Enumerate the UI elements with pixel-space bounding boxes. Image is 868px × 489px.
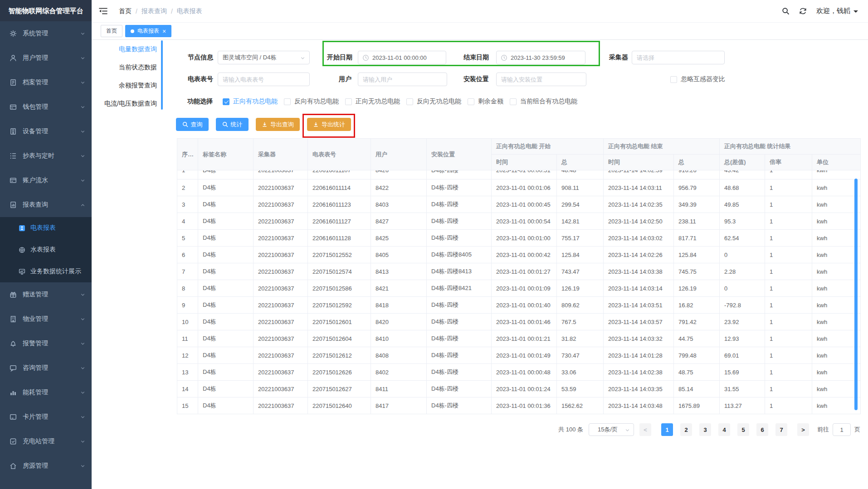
search-icon[interactable]	[782, 7, 790, 15]
table-row[interactable]: 2D4栋202210036372206160111148422D4栋-四楼202…	[177, 179, 861, 196]
end-date-input[interactable]	[497, 51, 585, 64]
sidebar-item-14[interactable]: 充电站管理	[0, 429, 92, 454]
submenu-item-1[interactable]: 当前状态数据	[92, 58, 160, 76]
location-input[interactable]	[497, 73, 586, 86]
sidebar-item-6[interactable]: 账户流水	[0, 168, 92, 193]
start-date-input[interactable]	[358, 51, 446, 64]
table-cell: 220715012626	[308, 364, 371, 381]
query-button[interactable]: 查询	[176, 118, 209, 131]
table-cell: 8420	[371, 314, 427, 330]
breadcrumb-report-query[interactable]: 报表查询	[141, 7, 167, 15]
table-row[interactable]: 7D4栋202210036372207150125748413D4栋-四楼841…	[177, 263, 861, 280]
submenu-item-3[interactable]: 电流/电压数据查询	[92, 94, 160, 112]
sidebar-item-13[interactable]: 卡片管理	[0, 405, 92, 429]
property-icon	[10, 315, 17, 323]
sidebar-item-8[interactable]: 赠送管理	[0, 282, 92, 307]
sidebar-item-10[interactable]: 报警管理	[0, 331, 92, 356]
stats-button[interactable]: 统计	[216, 118, 249, 131]
page-size-select[interactable]: 15条/页	[589, 423, 634, 436]
table-cell: 8408	[371, 347, 427, 364]
function-checkbox-0[interactable]: 正向有功总电能	[223, 97, 278, 106]
table-row[interactable]: 13D4栋202210036372207150126268402D4栋-四楼20…	[177, 364, 861, 381]
meter-no-inputbox[interactable]	[218, 73, 310, 86]
tab-meter-report[interactable]: 电表报表 ×	[125, 25, 171, 37]
collector-select[interactable]	[632, 51, 725, 64]
table-row[interactable]: 14D4栋202210036372207150126278411D4栋-四楼20…	[177, 381, 861, 397]
function-checkbox-label: 反向无功总电能	[417, 97, 461, 106]
table-cell: 125.84	[557, 247, 604, 263]
table-cell: 220616011123	[308, 196, 371, 213]
table-row[interactable]: 4D4栋202210036372206160111278427D4栋-四楼202…	[177, 213, 861, 230]
function-checkbox-2[interactable]: 正向无功总电能	[345, 97, 400, 106]
table-cell: 2023-11-14 14:03:38	[604, 263, 674, 280]
prev-page-button[interactable]: <	[639, 423, 651, 436]
page-button-7[interactable]: 7	[775, 423, 787, 436]
sidebar-subitem-2[interactable]: 业务数据统计展示	[0, 261, 92, 282]
sidebar-item-2[interactable]: 档案管理	[0, 70, 92, 95]
sidebar-item-3[interactable]: 钱包管理	[0, 95, 92, 119]
app-root: 智能物联网综合管理平台 系统管理用户管理档案管理钱包管理设备管理抄表与定时账户流…	[0, 0, 868, 489]
user-input[interactable]	[358, 73, 447, 86]
next-page-button[interactable]: >	[797, 423, 809, 436]
function-checkbox-5[interactable]: 当前组合有功总电能	[510, 97, 577, 106]
table-row[interactable]: 6D4栋202210036372207150125528405D4栋-四楼840…	[177, 247, 861, 263]
table-row[interactable]: 11D4栋202210036372207150126048410D4栋-四楼20…	[177, 330, 861, 347]
sidebar-subitem-1[interactable]: 水表报表	[0, 239, 92, 261]
location-inputbox[interactable]	[496, 73, 586, 86]
page-button-2[interactable]: 2	[680, 423, 692, 436]
node-info-value[interactable]	[218, 51, 309, 64]
export-query-button[interactable]: 导出查询	[256, 118, 300, 131]
chevron-down-icon	[80, 80, 85, 85]
page-button-1[interactable]: 1	[661, 423, 673, 436]
breadcrumb-home[interactable]: 首页	[119, 7, 132, 15]
node-info-select[interactable]	[218, 51, 310, 64]
sidebar-item-5[interactable]: 抄表与定时	[0, 144, 92, 168]
page-button-3[interactable]: 3	[699, 423, 711, 436]
table-cell: kwh	[812, 230, 861, 247]
table-cell: D4栋	[198, 196, 254, 213]
table-row[interactable]: 9D4栋202210036372207150125928418D4栋-四楼202…	[177, 297, 861, 314]
sidebar-item-15[interactable]: 房源管理	[0, 454, 92, 478]
table-cell: 2023-11-01 00:00:42	[492, 247, 557, 263]
function-checkbox-1[interactable]: 反向有功总电能	[284, 97, 339, 106]
sidebar-item-12[interactable]: 能耗管理	[0, 380, 92, 405]
submenu-scrollbar[interactable]	[161, 40, 163, 110]
table-scrollbar[interactable]	[854, 179, 858, 410]
table-row[interactable]: 1D4栋202210036372206160111078426D4栋-四楼202…	[177, 170, 861, 179]
export-stats-button[interactable]: 导出统计	[307, 118, 351, 131]
sidebar-item-7[interactable]: 报表查询	[0, 193, 92, 217]
table-row[interactable]: 15D4栋202210036372207150126408417D4栋-四楼20…	[177, 397, 861, 414]
page-button-6[interactable]: 6	[756, 423, 768, 436]
sidebar-item-4[interactable]: 设备管理	[0, 119, 92, 144]
sidebar-item-1[interactable]: 用户管理	[0, 46, 92, 70]
sidebar-item-11[interactable]: 咨询管理	[0, 356, 92, 380]
function-checkbox-4[interactable]: 剩余金额	[468, 97, 503, 106]
meter-no-input[interactable]	[218, 73, 309, 86]
user-menu[interactable]: 欢迎，钱韜	[816, 7, 858, 15]
start-date-picker[interactable]	[358, 51, 446, 64]
table-row[interactable]: 3D4栋202210036372206160111238403D4栋-四楼202…	[177, 196, 861, 213]
tab-home[interactable]: 首页	[101, 25, 122, 37]
table-row[interactable]: 10D4栋202210036372207150126018420D4栋-四楼20…	[177, 314, 861, 330]
sidebar-item-9[interactable]: 物业管理	[0, 307, 92, 331]
tab-close-icon[interactable]: ×	[162, 28, 166, 34]
page-button-4[interactable]: 4	[718, 423, 730, 436]
page-button-5[interactable]: 5	[737, 423, 749, 436]
function-checkbox-3[interactable]: 反向无功总电能	[406, 97, 461, 106]
table-row[interactable]: 12D4栋202210036372207150126128408D4栋-四楼20…	[177, 347, 861, 364]
sidebar-fold-icon[interactable]	[99, 8, 107, 15]
table-row[interactable]: 8D4栋202210036372207150125868421D4栋-四楼842…	[177, 280, 861, 297]
submenu-item-2[interactable]: 余额报警查询	[92, 76, 160, 94]
user-inputbox[interactable]	[358, 73, 447, 86]
table-row[interactable]: 5D4栋202210036372206160111288425D4栋-四楼202…	[177, 230, 861, 247]
submenu-item-0[interactable]: 电量数据查询	[92, 40, 160, 58]
chevron-down-icon	[80, 203, 85, 208]
sidebar-subitem-0[interactable]: 电表报表	[0, 217, 92, 239]
end-date-picker[interactable]	[496, 51, 585, 64]
ignore-ratio-checkbox[interactable]: 忽略互感器变比	[670, 75, 725, 83]
collector-input[interactable]	[632, 51, 724, 64]
sidebar-item-0[interactable]: 系统管理	[0, 21, 92, 46]
goto-page-input[interactable]	[833, 423, 851, 436]
refresh-icon[interactable]	[799, 7, 807, 15]
chevron-down-icon	[80, 129, 85, 134]
